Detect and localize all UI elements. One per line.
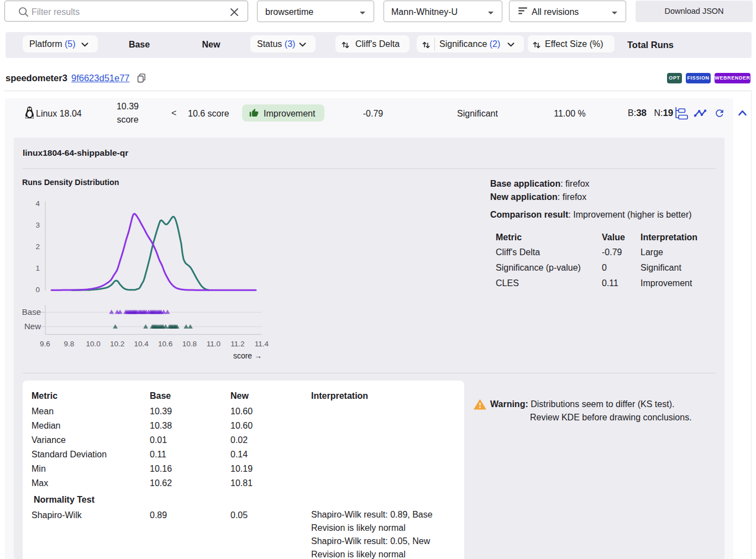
svg-text:New: New: [24, 321, 41, 331]
svg-text:11.2: 11.2: [230, 340, 244, 348]
svg-text:Base: Base: [22, 307, 41, 317]
svg-text:10.0: 10.0: [86, 340, 100, 348]
svg-text:2: 2: [35, 242, 40, 251]
svg-text:9.6: 9.6: [40, 340, 50, 348]
svg-text:10.4: 10.4: [134, 340, 149, 348]
svg-text:11.0: 11.0: [207, 340, 221, 348]
svg-text:10.8: 10.8: [182, 340, 197, 348]
svg-text:1: 1: [35, 264, 40, 272]
svg-text:11.4: 11.4: [255, 340, 269, 348]
svg-text:3: 3: [35, 221, 40, 229]
svg-text:0: 0: [35, 286, 40, 294]
svg-text:10.6: 10.6: [158, 340, 172, 348]
svg-text:4: 4: [35, 199, 40, 208]
svg-text:10.2: 10.2: [110, 340, 124, 348]
svg-text:9.8: 9.8: [64, 340, 75, 348]
svg-text:score →: score →: [233, 351, 262, 360]
